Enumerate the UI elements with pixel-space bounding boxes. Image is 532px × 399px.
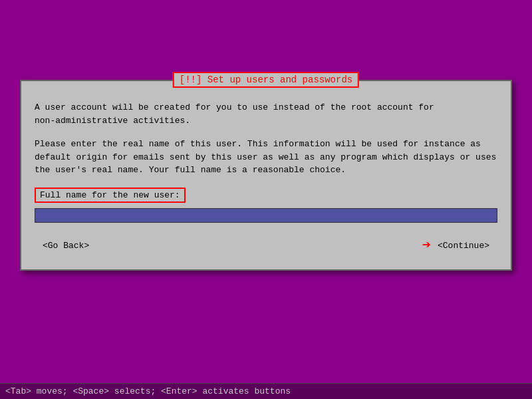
go-back-button[interactable]: <Go Back> — [40, 239, 92, 252]
description-text-2: Please enter the real name of this user.… — [35, 138, 497, 177]
status-bar: <Tab> moves; <Space> selects; <Enter> ac… — [0, 383, 532, 399]
continue-button[interactable]: <Continue> — [435, 239, 492, 252]
description-text: A user account will be created for you t… — [35, 101, 497, 127]
arrow-icon: ➔ — [422, 239, 431, 253]
main-dialog: [!!] Set up users and passwords A user a… — [20, 80, 512, 271]
field-label: Full name for the new user: — [35, 188, 186, 203]
text-input-field[interactable] — [35, 208, 497, 223]
title-bar: [!!] Set up users and passwords — [173, 72, 359, 88]
